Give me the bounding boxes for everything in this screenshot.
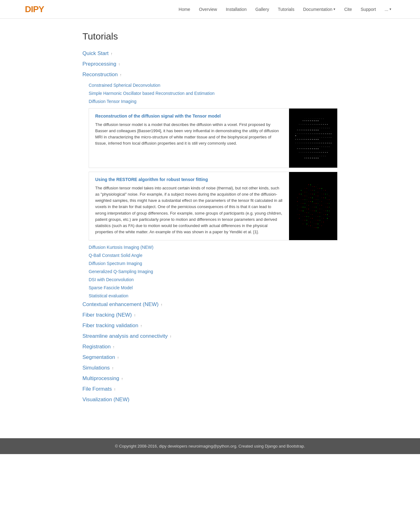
nav-link-overview[interactable]: Overview: [195, 4, 221, 14]
section-multiprocessing: Multiprocessing ↑: [82, 375, 338, 382]
streamline-caret: ↑: [169, 334, 171, 339]
preprocessing-caret: ↑: [117, 62, 120, 67]
nav-item-cite[interactable]: Cite: [340, 4, 356, 14]
subsection-dsi: Diffusion Spectrum Imaging: [82, 260, 338, 267]
segmentation-link[interactable]: Segmentation ↑: [82, 354, 338, 360]
section-simulations: Simulations ↑: [82, 365, 338, 371]
sfm-link[interactable]: Sparse Fascicle Model: [89, 285, 133, 291]
page-title: Tutorials: [82, 31, 338, 42]
nav-item-installation[interactable]: Installation: [222, 4, 250, 14]
simulations-link[interactable]: Simulations ↑: [82, 365, 338, 371]
nav-item-documentation[interactable]: Documentation: [299, 4, 339, 14]
reconstruction-link[interactable]: Reconstruction ↑: [82, 72, 338, 78]
nav-link-support[interactable]: Support: [357, 4, 380, 14]
subsection-stats: Statistical evaluation: [82, 293, 338, 299]
fiber-validation-caret: ↑: [139, 324, 142, 328]
card-text-tensor: The diffusion tensor model is a model th…: [95, 122, 283, 147]
subsection-csd: Constrained Spherical Deconvolution: [82, 82, 338, 88]
nav-item-support[interactable]: Support: [357, 4, 380, 14]
section-file-formats: File Formats ↑: [82, 386, 338, 392]
qball-link[interactable]: Q-Ball Constant Solid Angle: [89, 252, 142, 258]
card-title-tensor[interactable]: Reconstruction of the diffusion signal w…: [95, 114, 283, 118]
shore-link[interactable]: Simple Harmonic Oscillator based Reconst…: [89, 90, 215, 96]
preprocessing-link[interactable]: Preprocessing ↑: [82, 61, 338, 67]
nav-item-gallery[interactable]: Gallery: [252, 4, 273, 14]
footer-text: © Copyright 2008-2016, dipy developers n…: [115, 444, 305, 448]
card-image-tensor: [289, 109, 337, 168]
nav-link-tutorials[interactable]: Tutorials: [274, 4, 298, 14]
nav-item-more[interactable]: ...: [381, 4, 395, 14]
section-fiber-validation: Fiber tracking validation ↑: [82, 323, 338, 329]
navbar: DIPY Home Overview Installation Gallery …: [0, 0, 420, 19]
nav-item-tutorials[interactable]: Tutorials: [274, 4, 298, 14]
file-formats-caret: ↑: [113, 387, 115, 392]
section-fiber-tracking: Fiber tracking (NEW) ↑: [82, 312, 338, 318]
restore-image-canvas: [290, 177, 337, 235]
multiprocessing-link[interactable]: Multiprocessing ↑: [82, 375, 338, 382]
card-body-tensor: Reconstruction of the diffusion signal w…: [89, 109, 289, 168]
footer: © Copyright 2008-2016, dipy developers n…: [0, 438, 420, 454]
nav-link-home[interactable]: Home: [175, 4, 194, 14]
section-visualization: Visualization (NEW): [82, 397, 338, 403]
subsection-qball: Q-Ball Constant Solid Angle: [82, 252, 338, 258]
card-image-restore: [289, 172, 337, 240]
subsection-dti: Diffusion Tensor Imaging: [82, 98, 338, 105]
stats-link[interactable]: Statistical evaluation: [89, 293, 128, 299]
dti-link[interactable]: Diffusion Tensor Imaging: [89, 98, 137, 105]
subsection-sfm: Sparse Fascicle Model: [82, 285, 338, 291]
contextual-link[interactable]: Contextual enhancement (NEW) ↑: [82, 301, 338, 308]
section-quick-start: Quick Start ↑: [82, 50, 338, 57]
nav-dropdown-documentation[interactable]: Documentation: [299, 4, 339, 14]
visualization-link[interactable]: Visualization (NEW): [82, 397, 338, 403]
dki-link[interactable]: Diffusion Kurtosis Imaging (NEW): [89, 244, 153, 250]
card-title-restore[interactable]: Using the RESTORE algorithm for robust t…: [95, 177, 283, 182]
section-contextual: Contextual enhancement (NEW) ↑: [82, 301, 338, 308]
multiprocessing-caret: ↑: [120, 377, 123, 381]
brand-logo: DIPY: [25, 4, 44, 14]
contextual-caret: ↑: [160, 303, 162, 307]
subsection-shore: Simple Harmonic Oscillator based Reconst…: [82, 90, 338, 96]
section-registration: Registration ↑: [82, 344, 338, 350]
quick-start-link[interactable]: Quick Start ↑: [82, 50, 338, 57]
simulations-caret: ↑: [111, 366, 114, 370]
dsi-deconv-link[interactable]: DSI with Deconvolution: [89, 276, 134, 283]
fiber-tracking-link[interactable]: Fiber tracking (NEW) ↑: [82, 312, 338, 318]
segmentation-caret: ↑: [116, 355, 119, 360]
card-body-restore: Using the RESTORE algorithm for robust t…: [89, 172, 289, 240]
streamline-link[interactable]: Streamline analysis and connectivity ↑: [82, 333, 338, 339]
quick-start-caret: ↑: [110, 52, 112, 56]
nav-link-cite[interactable]: Cite: [340, 4, 356, 14]
section-preprocessing: Preprocessing ↑: [82, 61, 338, 67]
gqi-link[interactable]: Generalized Q-Sampling Imaging: [89, 268, 153, 275]
subsection-dsi-deconv: DSI with Deconvolution: [82, 276, 338, 283]
csd-link[interactable]: Constrained Spherical Deconvolution: [89, 82, 160, 88]
tutorial-card-restore: Using the RESTORE algorithm for robust t…: [89, 172, 338, 240]
nav-dropdown-more[interactable]: ...: [381, 4, 395, 14]
nav-link-gallery[interactable]: Gallery: [252, 4, 273, 14]
main-content: Tutorials Quick Start ↑ Preprocessing ↑ …: [76, 19, 344, 426]
file-formats-link[interactable]: File Formats ↑: [82, 386, 338, 392]
subsection-dki: Diffusion Kurtosis Imaging (NEW): [82, 244, 338, 250]
fiber-validation-link[interactable]: Fiber tracking validation ↑: [82, 323, 338, 329]
section-streamline: Streamline analysis and connectivity ↑: [82, 333, 338, 339]
registration-caret: ↑: [112, 345, 114, 349]
nav-item-overview[interactable]: Overview: [195, 4, 221, 14]
fiber-tracking-caret: ↑: [133, 313, 136, 318]
dsi-link2[interactable]: Diffusion Spectrum Imaging: [89, 260, 142, 267]
tutorial-card-tensor: Reconstruction of the diffusion signal w…: [89, 108, 338, 168]
registration-link[interactable]: Registration ↑: [82, 344, 338, 350]
card-text-restore: The diffusion tensor model takes into ac…: [95, 185, 283, 235]
nav-link-installation[interactable]: Installation: [222, 4, 250, 14]
section-segmentation: Segmentation ↑: [82, 354, 338, 360]
nav-menu: Home Overview Installation Gallery Tutor…: [175, 4, 395, 14]
section-reconstruction: Reconstruction ↑ Constrained Spherical D…: [82, 72, 338, 299]
subsection-gqi: Generalized Q-Sampling Imaging: [82, 268, 338, 275]
reconstruction-caret: ↑: [119, 73, 121, 77]
tensor-image-canvas: [290, 109, 337, 167]
brand[interactable]: DIPY: [25, 4, 44, 14]
nav-item-home[interactable]: Home: [175, 4, 194, 14]
